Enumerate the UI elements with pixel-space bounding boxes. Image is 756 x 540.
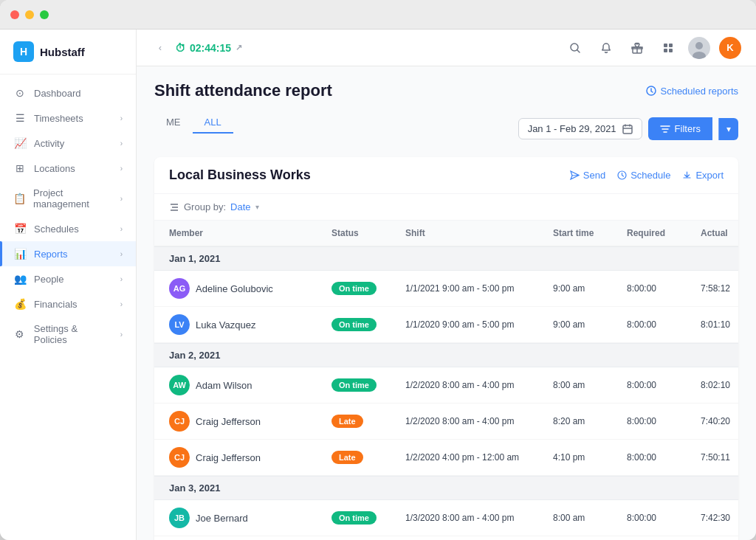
chevron-icon: › [120,165,123,173]
member-cell: CJ Craig Jefferson [169,447,331,468]
avatar: CJ [169,447,190,468]
filter-icon [660,124,670,134]
timer-value: 02:44:15 [190,42,231,54]
member-name: Adeline Golubovic [196,283,273,294]
required-cell: 8:00:00 [627,452,701,463]
member-cell: AG Adeline Golubovic [169,278,331,299]
status-cell: Late [331,452,405,463]
sidebar-item-label: Project management [33,187,113,210]
export-button[interactable]: Export [682,170,724,181]
minimize-dot[interactable] [25,10,34,19]
report-actions: Send Schedule [570,170,724,181]
user-avatar[interactable] [688,37,710,59]
required-cell: 8:00:00 [627,513,701,523]
table-row: LV Luka Vazquez On time 1/1/2020 9:00 am… [154,307,738,343]
shift-cell: 1/2/2020 8:00 am - 4:00 pm [405,416,553,426]
table-header: Member Status Shift Start time Required … [154,221,738,246]
sidebar-item-label: Settings & Policies [34,323,113,345]
notifications-button[interactable] [595,37,617,59]
sidebar-item-timesheets[interactable]: ☰ Timesheets › [0,105,136,131]
sidebar-item-dashboard[interactable]: ⊙ Dashboard [0,80,136,105]
timesheets-icon: ☰ [13,112,27,124]
maximize-dot[interactable] [40,10,49,19]
people-icon: 👥 [13,273,27,285]
sidebar-item-project-management[interactable]: 📋 Project management › [0,181,136,216]
scheduled-reports-button[interactable]: Scheduled reports [646,86,738,97]
send-button[interactable]: Send [570,170,605,181]
shift-cell: 1/1/2021 9:00 am - 5:00 pm [405,283,553,294]
expand-icon[interactable]: ↗ [236,43,242,52]
chevron-icon: › [120,114,123,122]
page-header: Shift attendance report Scheduled report… [154,81,738,100]
page-content: Shift attendance report Scheduled report… [137,66,756,540]
table-row: AG Adeline Golubovic On time 1/1/2021 9:… [154,271,738,307]
sidebar-item-locations[interactable]: ⊞ Locations › [0,156,136,181]
date-range-value: Jan 1 - Feb 29, 2021 [528,123,616,134]
timer-display: ⏱ 02:44:15 ↗ [175,42,242,54]
report-table: Member Status Shift Start time Required … [154,221,738,540]
user-initial-avatar[interactable]: K [719,37,741,59]
date-group-jan3: Jan 3, 2021 [154,476,738,500]
back-button[interactable]: ‹ [151,39,169,57]
avatar: AW [169,375,190,395]
sidebar-item-schedules[interactable]: 📅 Schedules › [0,216,136,241]
topbar: ‹ ⏱ 02:44:15 ↗ [137,30,756,66]
required-cell: 8:00:00 [627,416,701,426]
filters-dropdown-button[interactable]: ▾ [718,118,738,140]
sidebar-item-label: Locations [34,163,75,174]
group-by-label: Group by: [184,201,226,212]
table-row: JB Joe Bernard On time 1/3/2020 8:00 am … [154,500,738,536]
date-range-picker[interactable]: Jan 1 - Feb 29, 2021 [518,118,642,139]
col-member: Member [169,228,331,238]
close-dot[interactable] [10,10,19,19]
financials-icon: 💰 [13,298,27,310]
svg-rect-4 [669,44,673,47]
chevron-icon: › [120,225,123,233]
project-mgmt-icon: 📋 [13,193,26,204]
chevron-down-icon: ▾ [726,124,731,134]
send-icon [570,170,580,180]
gift-button[interactable] [626,37,648,59]
filters-button[interactable]: Filters [648,117,712,140]
sidebar-item-reports[interactable]: 📊 Reports › [0,241,136,266]
member-cell: AW Adam Wilson [169,375,331,395]
svg-rect-6 [669,49,673,52]
sidebar-item-financials[interactable]: 💰 Financials › [0,291,136,316]
sidebar-item-label: Schedules [34,224,79,235]
shift-cell: 1/2/2020 4:00 pm - 12:00 am [405,452,553,463]
start-time-cell: 9:00 am [553,283,627,294]
sidebar-item-label: Timesheets [34,113,83,124]
sidebar-item-label: Activity [34,138,64,149]
member-name: Luka Vazquez [196,319,255,330]
status-badge: On time [331,378,377,392]
tab-all[interactable]: ALL [193,112,233,134]
svg-rect-5 [664,49,667,52]
sidebar-item-settings-policies[interactable]: ⚙ Settings & Policies › [0,316,136,352]
schedule-icon [617,170,627,180]
logo-icon: H [13,41,34,62]
chevron-icon: › [120,300,123,308]
tab-me[interactable]: ME [154,112,193,134]
sidebar-item-activity[interactable]: 📈 Activity › [0,131,136,156]
col-start-time: Start time [553,228,627,238]
chevron-icon: › [120,330,123,339]
report-section: Local Business Works Send [154,157,738,540]
member-name: Craig Jefferson [196,452,261,463]
schedule-button[interactable]: Schedule [617,170,670,181]
search-icon [569,42,581,54]
start-time-cell: 9:00 am [553,319,627,330]
report-section-header: Local Business Works Send [154,157,738,194]
group-by-value[interactable]: Date [230,201,250,212]
status-cell: On time [331,283,405,294]
actual-cell: 7:42:30 [701,513,738,523]
table-row: CJ Craig Jefferson Late 1/2/2020 4:00 pm… [154,440,738,476]
gift-icon [631,42,643,54]
actual-cell: 7:50:11 [701,452,738,463]
search-button[interactable] [564,37,586,59]
grid-button[interactable] [657,37,679,59]
send-label: Send [583,170,605,181]
activity-icon: 📈 [13,137,27,149]
bell-icon [600,42,612,54]
date-group-jan1: Jan 1, 2021 [154,246,738,271]
sidebar-item-people[interactable]: 👥 People › [0,266,136,291]
